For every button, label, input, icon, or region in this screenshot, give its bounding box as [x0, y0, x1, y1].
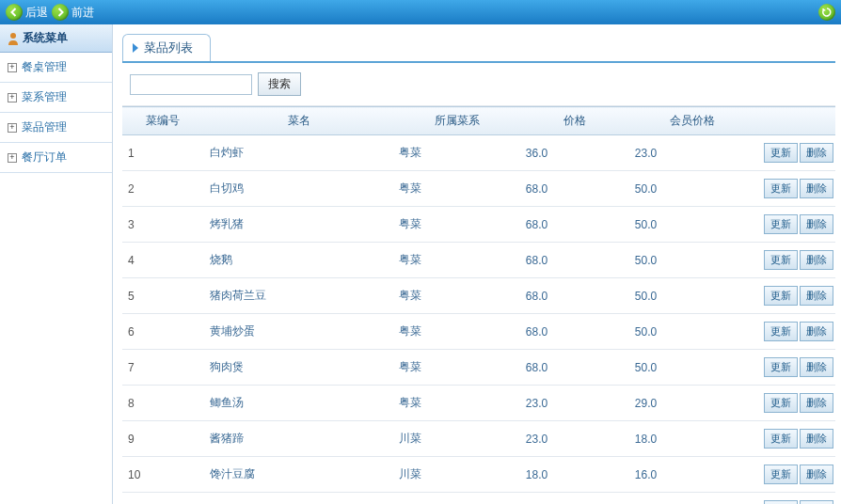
cell-member: 50.0 — [629, 243, 756, 278]
cell-member: 50.0 — [629, 171, 756, 207]
refresh-button[interactable] — [818, 4, 835, 21]
topbar: 后退 前进 — [0, 0, 841, 24]
delete-button[interactable]: 删除 — [800, 429, 833, 449]
delete-button[interactable]: 删除 — [800, 286, 833, 306]
cell-member: 23.0 — [629, 135, 756, 171]
update-button[interactable]: 更新 — [764, 357, 798, 377]
back-label: 后退 — [25, 5, 48, 21]
delete-button[interactable]: 删除 — [800, 465, 833, 484]
cell-id: 4 — [122, 243, 204, 278]
panel-tab: 菜品列表 — [122, 34, 211, 61]
back-icon — [6, 4, 23, 21]
sidebar-item-0[interactable]: +餐桌管理 — [0, 53, 112, 83]
cell-price: 23.0 — [520, 386, 629, 421]
col-member: 会员价格 — [629, 107, 756, 135]
sidebar-item-label: 餐桌管理 — [22, 59, 67, 75]
sidebar: 系统菜单 +餐桌管理+菜系管理+菜品管理+餐厅订单 — [0, 24, 113, 504]
update-button[interactable]: 更新 — [764, 500, 798, 504]
delete-button[interactable]: 删除 — [800, 214, 833, 234]
update-button[interactable]: 更新 — [764, 393, 798, 413]
cell-id: 11 — [122, 493, 204, 505]
cell-actions: 更新删除 — [756, 493, 835, 505]
search-button[interactable]: 搜索 — [258, 72, 301, 96]
sidebar-header: 系统菜单 — [0, 24, 112, 53]
cell-category: 川菜 — [393, 493, 520, 505]
cell-member: 50.0 — [629, 314, 756, 350]
cell-price: 18.0 — [520, 457, 629, 493]
cell-name: 水煮鱼 — [204, 493, 393, 505]
col-category: 所属菜系 — [393, 107, 520, 135]
delete-button[interactable]: 删除 — [800, 322, 833, 341]
cell-actions: 更新删除 — [756, 278, 835, 314]
table-row: 3烤乳猪粤菜68.050.0更新删除 — [122, 207, 835, 243]
cell-id: 2 — [122, 171, 204, 207]
delete-button[interactable]: 删除 — [800, 143, 833, 163]
cell-price: 68.0 — [520, 314, 629, 350]
table-row: 4烧鹅粤菜68.050.0更新删除 — [122, 243, 835, 278]
cell-actions: 更新删除 — [756, 171, 835, 207]
cell-id: 3 — [122, 207, 204, 243]
svg-point-0 — [10, 33, 16, 39]
cell-name: 馋汁豆腐 — [204, 457, 393, 493]
col-actions — [756, 107, 835, 135]
delete-button[interactable]: 删除 — [800, 393, 833, 413]
delete-button[interactable]: 删除 — [800, 357, 833, 377]
cell-category: 川菜 — [393, 457, 520, 493]
cell-name: 白灼虾 — [204, 135, 393, 171]
delete-button[interactable]: 删除 — [800, 250, 833, 270]
cell-category: 川菜 — [393, 421, 520, 457]
update-button[interactable]: 更新 — [764, 429, 798, 449]
sidebar-item-label: 菜系管理 — [22, 89, 67, 105]
update-button[interactable]: 更新 — [764, 465, 798, 484]
col-id: 菜编号 — [122, 107, 204, 135]
cell-price: 68.0 — [520, 207, 629, 243]
update-button[interactable]: 更新 — [764, 322, 798, 341]
table-row: 9酱猪蹄川菜23.018.0更新删除 — [122, 421, 835, 457]
update-button[interactable]: 更新 — [764, 286, 798, 306]
back-button[interactable]: 后退 — [6, 4, 48, 21]
cell-category: 粤菜 — [393, 171, 520, 207]
dish-table: 菜编号 菜名 所属菜系 价格 会员价格 1白灼虾粤菜36.023.0更新删除2白… — [122, 106, 835, 504]
cell-category: 粤菜 — [393, 386, 520, 421]
sidebar-item-1[interactable]: +菜系管理 — [0, 83, 112, 113]
sidebar-item-3[interactable]: +餐厅订单 — [0, 143, 112, 173]
expand-icon: + — [8, 93, 17, 102]
search-input[interactable] — [130, 74, 252, 95]
cell-price: 23.0 — [520, 421, 629, 457]
sidebar-item-label: 菜品管理 — [22, 119, 67, 135]
sidebar-item-label: 餐厅订单 — [22, 150, 67, 165]
update-button[interactable]: 更新 — [764, 250, 798, 270]
sidebar-item-2[interactable]: +菜品管理 — [0, 113, 112, 143]
forward-button[interactable]: 前进 — [52, 4, 94, 21]
panel-title-row: 菜品列表 — [122, 34, 835, 63]
cell-id: 9 — [122, 421, 204, 457]
col-price: 价格 — [520, 107, 629, 135]
delete-button[interactable]: 删除 — [800, 179, 833, 198]
expand-icon: + — [8, 63, 17, 72]
cell-actions: 更新删除 — [756, 135, 835, 171]
cell-actions: 更新删除 — [756, 207, 835, 243]
cell-id: 8 — [122, 386, 204, 421]
cell-id: 10 — [122, 457, 204, 493]
cell-price: 23.0 — [520, 493, 629, 505]
table-row: 10馋汁豆腐川菜18.016.0更新删除 — [122, 457, 835, 493]
cell-id: 7 — [122, 350, 204, 386]
cell-member: 50.0 — [629, 207, 756, 243]
cell-category: 粤菜 — [393, 207, 520, 243]
cell-member: 16.0 — [629, 457, 756, 493]
cell-category: 粤菜 — [393, 243, 520, 278]
cell-name: 烧鹅 — [204, 243, 393, 278]
table-header-row: 菜编号 菜名 所属菜系 价格 会员价格 — [122, 107, 835, 135]
delete-button[interactable]: 删除 — [800, 500, 833, 504]
update-button[interactable]: 更新 — [764, 179, 798, 198]
update-button[interactable]: 更新 — [764, 214, 798, 234]
table-row: 5猪肉荷兰豆粤菜68.050.0更新删除 — [122, 278, 835, 314]
sidebar-title: 系统菜单 — [23, 30, 68, 46]
cell-member: 20.0 — [629, 493, 756, 505]
forward-label: 前进 — [71, 5, 94, 21]
update-button[interactable]: 更新 — [764, 143, 798, 163]
cell-actions: 更新删除 — [756, 421, 835, 457]
cell-actions: 更新删除 — [756, 386, 835, 421]
arrow-icon — [133, 43, 138, 53]
cell-name: 酱猪蹄 — [204, 421, 393, 457]
